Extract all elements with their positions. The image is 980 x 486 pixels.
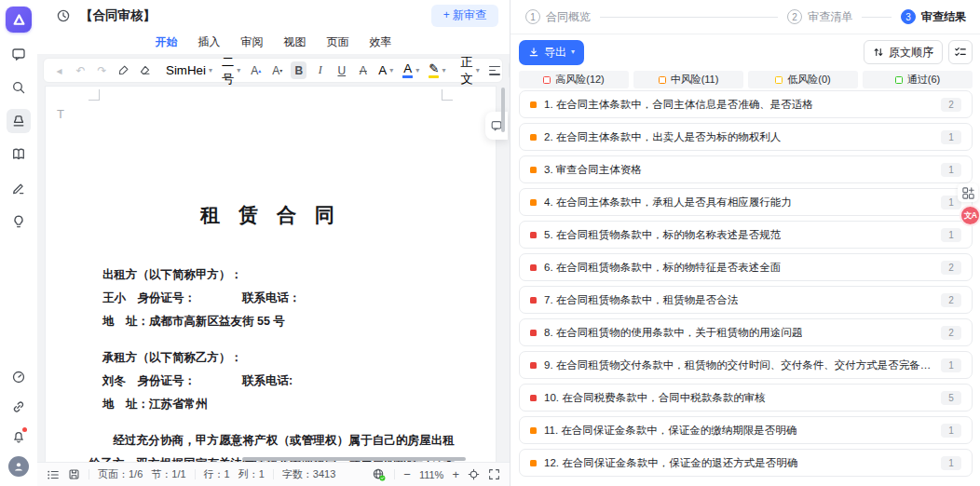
- review-item-card[interactable]: 2. 在合同主体条款中，出卖人是否为标的物权利人 1: [519, 123, 973, 151]
- fullscreen-icon: [488, 468, 500, 480]
- menu-tab[interactable]: 审阅: [240, 33, 265, 52]
- sidebar-item-dashboard[interactable]: [7, 365, 31, 389]
- collapse-toolbar-icon[interactable]: ◂: [51, 61, 67, 79]
- risk-bullet: [530, 199, 537, 206]
- menu-tab[interactable]: 页面: [326, 33, 350, 52]
- doc-paragraph: 地 址：成都市高新区益友街 55 号: [89, 310, 455, 333]
- widgets-float-button[interactable]: [958, 183, 978, 202]
- zoom-in-button[interactable]: +: [452, 468, 459, 480]
- document-topbar: 【合同审核】 + 新审查: [37, 0, 510, 31]
- increase-font-button[interactable]: A▴: [248, 61, 264, 79]
- review-item-text: 2. 在合同主体条款中，出卖人是否为标的物权利人: [544, 130, 781, 144]
- risk-filter-tab[interactable]: 中风险(11): [633, 71, 743, 88]
- review-item-card[interactable]: 3. 审查合同主体资格 1: [519, 155, 973, 183]
- step-review-results[interactable]: 3 审查结果: [901, 9, 966, 25]
- save-icon: [68, 468, 80, 480]
- review-item-text: 4. 在合同主体条款中，承租人是否具有相应履行能力: [544, 196, 792, 209]
- statusbar-divider: [88, 469, 89, 479]
- sort-order-button[interactable]: 原文顺序: [864, 40, 943, 64]
- checklist-settings-button[interactable]: [948, 40, 973, 64]
- review-item-card[interactable]: 8. 在合同租赁物的使用条款中，关于租赁物的用途问题 2: [519, 318, 973, 346]
- translate-float-button[interactable]: 文A: [960, 205, 980, 226]
- redo-button[interactable]: ↷: [94, 61, 110, 79]
- language-check-button[interactable]: [372, 467, 386, 481]
- issue-count-badge: 1: [941, 424, 961, 438]
- risk-filter-label: 中风险(11): [671, 73, 719, 87]
- sidebar-item-notifications[interactable]: [7, 425, 31, 449]
- avatar: [8, 456, 29, 477]
- risk-filter-tab[interactable]: 低风险(0): [748, 71, 858, 88]
- chevron-down-icon: ▾: [442, 67, 445, 74]
- sidebar-item-search[interactable]: [7, 75, 31, 100]
- text-effects-button[interactable]: A▾: [376, 61, 395, 79]
- menu-tab[interactable]: 效率: [369, 33, 393, 52]
- step-contract-overview[interactable]: 1 合同概览: [525, 9, 591, 25]
- review-item-card[interactable]: 4. 在合同主体条款中，承租人是否具有相应履行能力 1: [519, 188, 973, 216]
- issue-count-badge: 1: [941, 163, 961, 177]
- clock-icon: [56, 8, 71, 23]
- sidebar-item-knowledge[interactable]: [7, 142, 31, 167]
- underline-button[interactable]: U: [333, 61, 349, 79]
- step-review-checklist[interactable]: 2 审查清单: [787, 9, 852, 25]
- export-button[interactable]: 导出 ▾: [519, 40, 584, 65]
- save-button[interactable]: [68, 468, 80, 480]
- globe-check-icon: [372, 467, 386, 481]
- strikethrough-button[interactable]: A: [355, 61, 371, 79]
- sidebar-item-tips[interactable]: [7, 209, 31, 234]
- link-icon: [11, 399, 26, 414]
- sidebar-item-contract-review[interactable]: [7, 109, 31, 133]
- review-item-card[interactable]: 1. 在合同主体条款中，合同主体信息是否准确、是否适格 2: [519, 90, 973, 118]
- horizontal-scrollbar[interactable]: [242, 457, 466, 461]
- sidebar-item-link[interactable]: [7, 395, 31, 419]
- new-review-button[interactable]: + 新审查: [431, 5, 498, 27]
- italic-button[interactable]: I: [312, 61, 328, 79]
- zoom-out-button[interactable]: −: [403, 468, 411, 480]
- step-number: 2: [787, 9, 802, 24]
- menu-tab[interactable]: 视图: [283, 33, 307, 52]
- menu-tab[interactable]: 开始: [155, 33, 179, 52]
- app-logo[interactable]: [6, 7, 32, 33]
- review-item-card[interactable]: 5. 在合同租赁物条款中，标的物名称表述是否规范 1: [519, 221, 973, 249]
- sidebar-item-account[interactable]: [7, 454, 31, 479]
- decrease-font-button[interactable]: A▾: [269, 61, 285, 79]
- review-item-card[interactable]: 7. 在合同租赁物条款中，租赁物是否合法 2: [519, 286, 973, 314]
- review-item-card[interactable]: 9. 在合同租赁物交付条款中，租赁物的交付时间、交付条件、交付方式是否完备、明确…: [519, 351, 973, 379]
- risk-filter-tab[interactable]: 通过(6): [863, 71, 973, 88]
- paragraph-style-select[interactable]: 正文▾: [458, 61, 481, 79]
- vertical-scrollbar[interactable]: [501, 88, 505, 132]
- review-item-text: 10. 在合同税费条款中，合同中税款条款的审核: [544, 391, 766, 405]
- risk-bullet: [530, 427, 537, 434]
- risk-filter-label: 低风险(0): [787, 73, 830, 87]
- risk-bullet: [530, 101, 537, 108]
- review-item-card[interactable]: 12. 在合同保证金条款中，保证金的退还方式是否明确 1: [519, 449, 973, 477]
- clear-format-button[interactable]: [137, 61, 153, 79]
- document-page[interactable]: T 租 赁 合 同 出租方（以下简称甲方）：王小 身份证号： 联系电话：地 址：…: [45, 86, 497, 463]
- doc-paragraph: 地 址：江苏省常州: [89, 393, 455, 416]
- review-item-card[interactable]: 11. 在合同保证金条款中，保证金的缴纳期限是否明确 1: [519, 416, 973, 444]
- risk-bullet: [530, 330, 537, 336]
- review-item-card[interactable]: 6. 在合同租赁物条款中，标的物特征是否表述全面 2: [519, 253, 973, 281]
- font-size-select[interactable]: 二号▾: [220, 61, 242, 79]
- undo-button[interactable]: ↶: [73, 61, 88, 79]
- fullscreen-button[interactable]: [488, 468, 500, 480]
- font-color-button[interactable]: A ▾: [401, 61, 421, 79]
- outline-button[interactable]: [47, 468, 60, 481]
- highlight-color-button[interactable]: ✎ ▾: [427, 61, 447, 79]
- search-icon: [11, 80, 26, 95]
- review-item-card[interactable]: 10. 在合同税费条款中，合同中税款条款的审核 5: [519, 384, 973, 412]
- format-painter-button[interactable]: [116, 61, 131, 79]
- bold-button[interactable]: B: [291, 61, 306, 79]
- fit-page-button[interactable]: [468, 468, 480, 480]
- risk-filter-tab[interactable]: 高风险(12): [519, 71, 629, 88]
- align-left-button[interactable]: [487, 61, 503, 79]
- checklist-icon: [954, 46, 967, 59]
- risk-bullet: [530, 395, 537, 401]
- book-icon: [11, 147, 26, 162]
- menu-tab[interactable]: 插入: [197, 33, 222, 52]
- history-button[interactable]: [56, 8, 71, 23]
- sidebar-item-chat[interactable]: [7, 42, 31, 66]
- sidebar-item-signature[interactable]: [7, 176, 31, 200]
- font-family-select[interactable]: SimHei▾: [164, 61, 214, 79]
- person-icon: [12, 460, 25, 473]
- risk-bullet: [530, 297, 537, 304]
